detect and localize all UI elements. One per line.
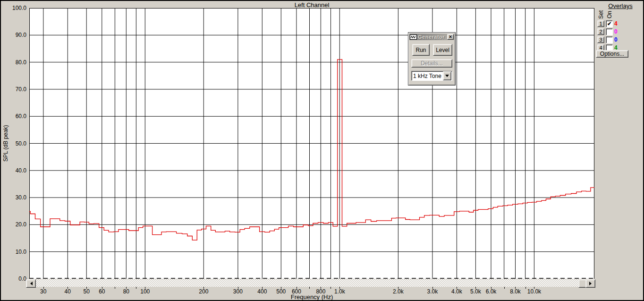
y-tick-label: 60.0	[3, 113, 26, 120]
details-button[interactable]: Details...	[411, 59, 452, 68]
spl-chart	[29, 8, 594, 279]
y-tick-label: 70.0	[3, 86, 26, 93]
generator-title: Generator	[418, 34, 447, 40]
overlay-count-3: 0	[614, 36, 624, 43]
app-window: Left Channel SPL (dB peak) 0.010.020.030…	[0, 0, 644, 301]
y-tick-label: 80.0	[3, 59, 26, 66]
overlays-set-header: Set	[597, 9, 604, 20]
overlay-checkbox-3[interactable]	[606, 36, 613, 43]
y-tick-label: 20.0	[3, 221, 26, 228]
y-tick-label: 40.0	[3, 167, 26, 174]
options-button[interactable]: Options...	[596, 50, 628, 58]
overlay-set-button-3[interactable]: 3	[597, 36, 604, 43]
generator-icon	[410, 34, 417, 40]
scroll-right-button[interactable]	[585, 279, 595, 288]
x-axis-title: Frequency (Hz)	[29, 293, 594, 301]
chart-title: Left Channel	[29, 1, 594, 9]
overlays-on-header: On	[606, 9, 613, 20]
run-button[interactable]: Run	[412, 44, 430, 56]
overlays-title[interactable]: Overlays	[597, 2, 644, 9]
plot-area[interactable]	[29, 8, 594, 279]
scrollbar-track[interactable]	[35, 279, 586, 287]
overlay-count-1: 4	[614, 20, 624, 27]
overlay-set-button-1[interactable]: 1	[597, 20, 604, 27]
scroll-left-icon	[28, 282, 33, 285]
signal-value: 1 kHz Tone	[412, 73, 443, 79]
y-tick-label: 90.0	[3, 32, 26, 38]
close-icon: ✕	[449, 35, 452, 39]
y-tick-label: 50.0	[3, 140, 26, 147]
overlay-checkbox-2[interactable]	[606, 28, 613, 35]
generator-titlebar[interactable]: Generator ✕	[409, 34, 454, 40]
dropdown-button[interactable]	[443, 71, 451, 80]
overlay-count-2: 0	[614, 28, 624, 35]
scroll-right-icon	[589, 282, 593, 285]
y-tick-label: 0.0	[3, 275, 26, 282]
y-tick-label: 100.0	[3, 5, 26, 11]
overlay-checkbox-1[interactable]	[606, 20, 613, 27]
close-button[interactable]: ✕	[447, 34, 454, 40]
horizontal-scrollbar[interactable]	[26, 279, 595, 287]
y-tick-label: 10.0	[3, 249, 26, 255]
overlay-set-button-2[interactable]: 2	[597, 28, 604, 35]
generator-dialog: Generator ✕ Run Level Details... 1 kHz T…	[408, 32, 456, 86]
chevron-down-icon	[445, 75, 449, 79]
y-tick-label: 30.0	[3, 194, 26, 201]
level-button[interactable]: Level	[433, 44, 452, 56]
scroll-left-button[interactable]	[26, 279, 36, 288]
signal-select[interactable]: 1 kHz Tone	[411, 71, 452, 81]
